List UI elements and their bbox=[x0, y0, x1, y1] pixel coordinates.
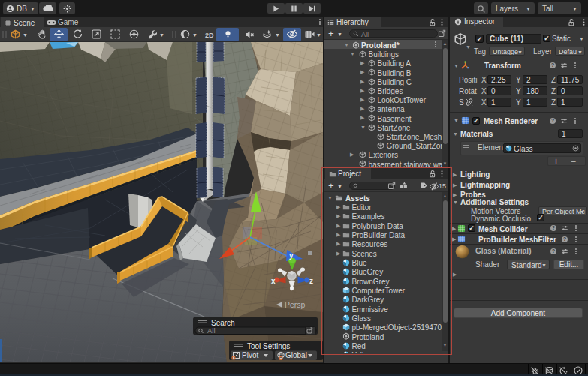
svg-text:Tool Settings: Tool Settings bbox=[247, 342, 290, 350]
svg-text:Global: Global bbox=[285, 351, 307, 359]
svg-text:Persp: Persp bbox=[285, 300, 306, 309]
svg-text:y: y bbox=[289, 251, 294, 260]
svg-text:Pivot: Pivot bbox=[242, 351, 258, 359]
svg-text:x: x bbox=[271, 277, 276, 285]
svg-text:z: z bbox=[309, 277, 313, 285]
svg-text:All: All bbox=[207, 326, 216, 335]
svg-text:Search: Search bbox=[211, 319, 235, 327]
